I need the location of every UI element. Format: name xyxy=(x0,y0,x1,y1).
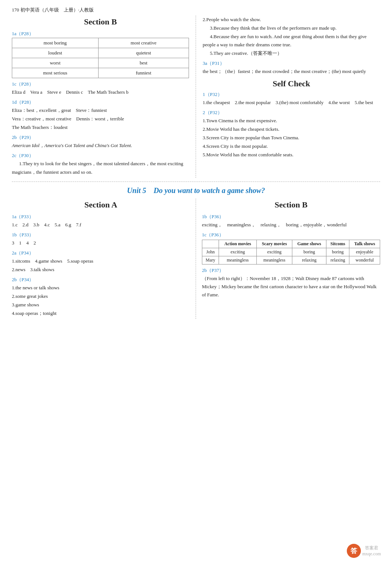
vocab-cell: loudest xyxy=(12,48,99,58)
vocab-table: most boringmost creativeloudestquietestw… xyxy=(12,38,189,78)
tv-table-header: Action movies xyxy=(219,240,257,248)
tv-table-header: Sitcoms xyxy=(326,240,349,248)
unit5-left: Section A 1a（P33） 1.c 2.d 3.b 4.c 5.a 6.… xyxy=(12,199,196,319)
vocab-cell: best xyxy=(98,58,189,68)
tv-table-cell: wonderful xyxy=(349,256,380,264)
sc2-line: 5.Movie World has the most comfortable s… xyxy=(203,151,380,159)
u5-ex1b-content: 3 1 4 2 xyxy=(12,239,190,247)
section-b-title: Section B xyxy=(12,17,189,27)
u5-ex2b-line: 1.the news or talk shows xyxy=(12,284,190,292)
vocab-cell: worst xyxy=(12,58,99,68)
ex1d-ref: 1d（P28） xyxy=(12,99,189,106)
self-check-title: Self Check xyxy=(203,79,380,89)
tv-table-cell: exciting xyxy=(256,248,292,256)
u5-ex1a-content: 1.c 2.d 3.b 4.c 5.a 6.g 7.f xyxy=(12,221,190,229)
ex3a-ref: 3a（P31） xyxy=(203,60,380,67)
u5-ex2b-line: 3.game shows xyxy=(12,301,190,309)
tv-table-cell: Mary xyxy=(202,256,219,264)
ex1d-line: Eliza：best，excellent，great Steve：funnies… xyxy=(12,106,189,114)
u5-ex2b-content: 1.the news or talk shows2.some great jok… xyxy=(12,284,190,317)
sc2-ref: 2（P32） xyxy=(203,109,380,116)
u5-ex2a-ref: 2a（P34） xyxy=(12,250,190,256)
vocab-cell: most boring xyxy=(12,38,99,48)
right-line: 5.They are creative.（答案不唯一） xyxy=(203,49,380,57)
right-line: 4.Because they are fun to watch. And one… xyxy=(203,33,380,49)
tv-table-cell: relaxing xyxy=(326,256,349,264)
tv-table-cell: boring xyxy=(292,248,326,256)
u5-r-ex1c-ref: 1c（P36） xyxy=(202,232,380,238)
ex2b-ref: 2b（P29） xyxy=(12,134,189,141)
watermark: 答 答案君 mxqe.com xyxy=(347,544,381,558)
right-line: 3.Because they think that the lives of t… xyxy=(203,24,380,32)
ex1c-ref: 1c（P28） xyxy=(12,81,189,87)
u5-ex2a-line: 2.news 3.talk shows xyxy=(12,266,190,274)
tv-table-header: Scary movies xyxy=(256,240,292,248)
tv-table-cell: enjoyable xyxy=(349,248,380,256)
sc2-line: 1.Town Cinema is the most expensive. xyxy=(203,117,380,125)
unit5-title: Unit 5 Do you want to watch a game show? xyxy=(12,186,380,196)
tv-table-header: Talk shows xyxy=(349,240,380,248)
ex1a-ref: 1a（P28） xyxy=(12,30,189,37)
tv-table-cell: boring xyxy=(326,248,349,256)
tv-table: Action moviesScary moviesGame showsSitco… xyxy=(202,240,380,264)
sc1-content: 1.the cheapest 2.the most popular 3.(the… xyxy=(203,99,380,107)
tv-table-cell: meaningless xyxy=(219,256,257,264)
main-two-col: Section B 1a（P28） most boringmost creati… xyxy=(12,16,380,178)
right-column: 2.People who watch the show.3.Because th… xyxy=(196,16,380,178)
watermark-icon: 答 xyxy=(347,544,361,558)
unit5-two-col: Section A 1a（P33） 1.c 2.d 3.b 4.c 5.a 6.… xyxy=(12,199,380,319)
u5-r-ex2b-content: （From left to right）：November 18，1928；Wa… xyxy=(202,274,380,299)
tv-table-cell: John xyxy=(202,248,219,256)
right-line: 2.People who watch the show. xyxy=(203,16,380,24)
ex2c-content: 1.They try to look for the best singers，… xyxy=(12,160,189,176)
ex1d-line: The Math Teachers：loudest xyxy=(12,123,189,132)
sc2-line: 3.Screen City is more popular than Town … xyxy=(203,134,380,142)
tv-table-cell: relaxing xyxy=(292,256,326,264)
vocab-cell: quietest xyxy=(98,48,189,58)
ex2b-content: American Idol，America's Got Talent and C… xyxy=(12,142,189,150)
unit5-right: Section B 1b（P36） exciting， meaningless，… xyxy=(196,199,380,319)
ex2c-line: 1.They try to look for the best singers，… xyxy=(12,160,189,176)
left-column: Section B 1a（P28） most boringmost creati… xyxy=(12,16,196,178)
u5-r-ex2b-ref: 2b（P37） xyxy=(202,267,380,274)
watermark-text: 答案君 mxqe.com xyxy=(362,545,381,557)
vocab-cell: most creative xyxy=(98,38,189,48)
sc2-content: 1.Town Cinema is the most expensive.2.Mo… xyxy=(203,117,380,159)
tv-table-header xyxy=(202,240,219,248)
tv-table-header: Game shows xyxy=(292,240,326,248)
tv-table-cell: meaningless xyxy=(256,256,292,264)
u5-ex2b-line: 4.soap operas；tonight xyxy=(12,309,190,317)
ex3a-content: the best；（the）fastest；the most crowded；t… xyxy=(203,67,380,76)
u5-ex2a-line: 1.sitcoms 4.game shows 5.soap operas xyxy=(12,257,190,265)
ex1d-content: Eliza：best，excellent，great Steve：funnies… xyxy=(12,106,189,132)
sc1-ref: 1（P32） xyxy=(203,91,380,98)
page: 170 初中英语（八年级 上册）·人教版 Section B 1a（P28） m… xyxy=(0,0,392,569)
right-lines: 2.People who watch the show.3.Because th… xyxy=(203,16,380,57)
ex1d-line: Vera：creative，most creative Dennis：worst… xyxy=(12,115,189,123)
unit5-section-b-title: Section B xyxy=(202,200,380,210)
ex2c-ref: 2c（P30） xyxy=(12,152,189,159)
u5-r-ex1b-ref: 1b（P36） xyxy=(202,213,380,220)
ex1c-content: Eliza d Vera a Steve e Dennis c The Math… xyxy=(12,88,189,96)
u5-ex1b-ref: 1b（P33） xyxy=(12,232,190,238)
tv-table-cell: exciting xyxy=(219,248,257,256)
u5-ex2a-content: 1.sitcoms 4.game shows 5.soap operas2.ne… xyxy=(12,257,190,274)
u5-r-ex1b-content: exciting， meaningless， relaxing， boring，… xyxy=(202,221,380,229)
vocab-cell: funniest xyxy=(98,68,189,78)
sc2-line: 4.Screen City is the most popular. xyxy=(203,142,380,150)
u5-ex2b-line: 2.some great jokes xyxy=(12,292,190,300)
page-header: 170 初中英语（八年级 上册）·人教版 xyxy=(12,7,380,13)
unit-divider xyxy=(12,182,380,182)
vocab-cell: most serious xyxy=(12,68,99,78)
u5-ex1a-ref: 1a（P33） xyxy=(12,213,190,220)
sc2-line: 2.Movie World has the cheapest tickets. xyxy=(203,125,380,133)
unit5-section-a-title: Section A xyxy=(12,200,190,210)
u5-ex2b-ref: 2b（P34） xyxy=(12,276,190,283)
